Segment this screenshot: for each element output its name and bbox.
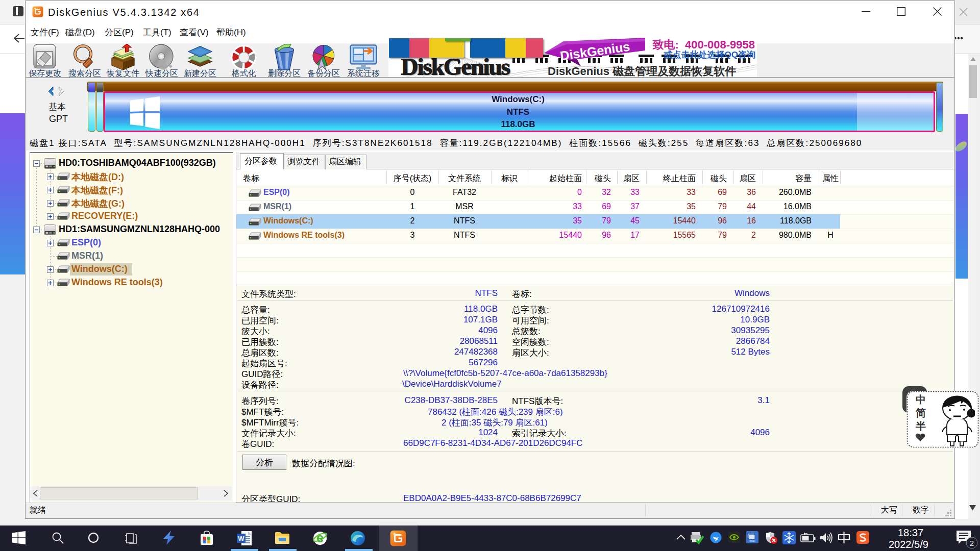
svg-text:W: W — [238, 535, 244, 542]
svg-text:intel: intel — [749, 539, 755, 542]
svg-text:e: e — [316, 531, 324, 545]
svg-text:2: 2 — [970, 539, 974, 547]
